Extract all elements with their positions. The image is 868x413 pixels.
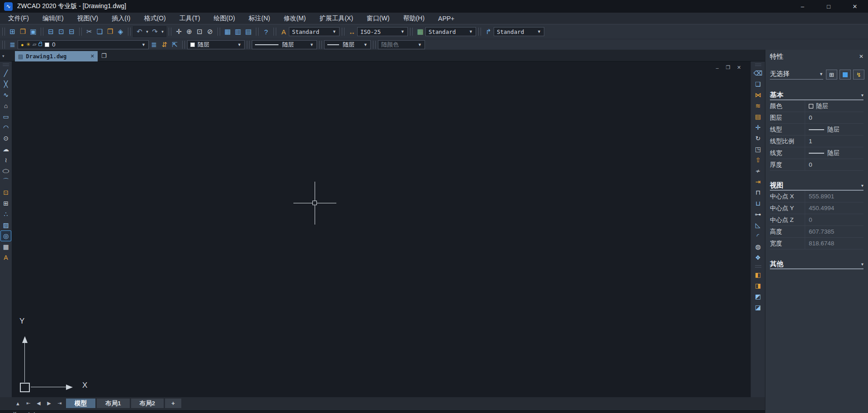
spline-button[interactable]: ≀: [0, 155, 11, 165]
command-close-icon[interactable]: ✕: [13, 411, 17, 413]
cut-button[interactable]: ✂: [84, 27, 94, 37]
chamfer-button[interactable]: ◺: [753, 220, 764, 230]
tab-menu-icon[interactable]: ▾: [2, 54, 5, 58]
help-button[interactable]: ?: [261, 27, 271, 37]
tab-last-icon[interactable]: ⇥: [54, 399, 65, 408]
menu-item-express-tools[interactable]: 扩展工具(X): [312, 13, 360, 24]
toolbar-grip[interactable]: [217, 28, 220, 36]
break-button[interactable]: ⊔: [753, 198, 764, 209]
tab-layout2[interactable]: 布局2: [131, 399, 164, 408]
toolbar-grip[interactable]: [2, 28, 5, 36]
property-row-linetype-scale[interactable]: 线型比例 1: [770, 136, 863, 147]
revision-cloud-button[interactable]: ☁: [0, 144, 11, 155]
toolbar-grip[interactable]: [478, 28, 481, 36]
multiline-text-button[interactable]: A: [0, 252, 11, 263]
bring-above-button[interactable]: ◩: [753, 291, 764, 302]
property-row-layer[interactable]: 图层 0: [770, 112, 863, 124]
make-layer-current-button[interactable]: ⇱: [170, 40, 180, 50]
close-icon[interactable]: ✕: [842, 0, 868, 13]
toolbar-grip[interactable]: [342, 28, 344, 36]
move-button[interactable]: ✛: [753, 122, 764, 133]
layer-dropdown[interactable]: ● ✳ ▱ 0 ▼: [18, 40, 149, 49]
property-row-color[interactable]: 颜色 随层: [770, 100, 863, 112]
color-dropdown[interactable]: 随层 ▼: [187, 40, 245, 49]
array-button[interactable]: ▤: [753, 111, 764, 122]
open-button[interactable]: ❒: [18, 27, 28, 37]
doc-minimize-icon[interactable]: –: [714, 64, 721, 71]
match-properties-button[interactable]: ◈: [115, 27, 126, 37]
tab-next-icon[interactable]: ▶: [44, 399, 54, 408]
rectangle-button[interactable]: ▭: [0, 111, 11, 122]
section-other[interactable]: 其他 ▾: [770, 259, 863, 269]
construction-line-button[interactable]: ╳: [0, 79, 11, 89]
polyline-button[interactable]: ∿: [0, 89, 11, 100]
trim-button[interactable]: ≁: [753, 165, 764, 176]
save-button[interactable]: ▣: [28, 27, 38, 37]
toolbar-grip[interactable]: [41, 28, 43, 36]
menu-item-file[interactable]: 文件(F): [1, 13, 36, 24]
command-expand-icon[interactable]: ∧∧: [27, 411, 38, 413]
publish-button[interactable]: ⊟: [66, 27, 77, 37]
menu-item-insert[interactable]: 插入(I): [105, 13, 137, 24]
menu-item-draw[interactable]: 绘图(D): [207, 13, 242, 24]
new-drawing-tab-button[interactable]: ❐: [101, 52, 107, 59]
zoom-previous-button[interactable]: ⊘: [205, 27, 215, 37]
stretch-button[interactable]: ⇧: [753, 155, 764, 165]
region-button[interactable]: ◎: [0, 230, 11, 241]
plot-style-dropdown[interactable]: 随颜色 ▼: [378, 40, 425, 49]
toolbar-grip[interactable]: [755, 265, 761, 268]
bring-to-front-button[interactable]: ◧: [753, 269, 764, 280]
circle-button[interactable]: ⊙: [0, 133, 11, 144]
toolbar-grip[interactable]: [319, 41, 322, 49]
pan-button[interactable]: ✛: [174, 27, 184, 37]
menu-item-tools[interactable]: 工具(T): [173, 13, 207, 24]
toolbar-grip[interactable]: [182, 41, 185, 49]
copy-button[interactable]: ❏: [94, 27, 105, 37]
property-row-center-y[interactable]: 中心点 Y 450.4994: [770, 202, 863, 214]
drawing-canvas[interactable]: – ❐ ✕ Y X: [12, 61, 750, 397]
join-button[interactable]: ⊶: [753, 209, 764, 220]
copy-object-button[interactable]: ❏: [753, 79, 764, 89]
toolbar-grip[interactable]: [79, 28, 82, 36]
property-row-center-z[interactable]: 中心点 Z 0: [770, 214, 863, 226]
scale-button[interactable]: ◳: [753, 144, 764, 155]
sheet-set-button[interactable]: ▤: [243, 27, 254, 37]
add-layout-button[interactable]: +: [165, 399, 181, 408]
toggle-pickadd-button[interactable]: [840, 70, 851, 80]
layer-manager-button[interactable]: ≣: [7, 40, 18, 50]
send-under-button[interactable]: ◪: [753, 302, 764, 313]
wipeout-button[interactable]: ◍: [753, 241, 764, 252]
tab-layout1[interactable]: 布局1: [97, 399, 130, 408]
rotate-button[interactable]: ↻: [753, 133, 764, 144]
property-row-height[interactable]: 高度 607.7385: [770, 226, 863, 238]
table-style-dropdown[interactable]: Standard ▼: [425, 27, 476, 36]
toolbar-grip[interactable]: [128, 28, 131, 36]
hatch-button[interactable]: ▨: [0, 220, 11, 230]
menu-item-modify[interactable]: 修改(M): [277, 13, 312, 24]
doc-close-icon[interactable]: ✕: [736, 64, 742, 71]
menu-item-window[interactable]: 窗口(W): [360, 13, 396, 24]
break-at-point-button[interactable]: ⊓: [753, 187, 764, 198]
layer-previous-button[interactable]: ⇵: [159, 40, 170, 50]
zoom-window-button[interactable]: ⊡: [194, 27, 205, 37]
mleader-style-dropdown[interactable]: Standard ▼: [494, 27, 544, 36]
send-to-back-button[interactable]: ◨: [753, 280, 764, 291]
table-tool-button[interactable]: ▦: [0, 241, 11, 252]
calculator-button[interactable]: ▦: [222, 27, 233, 37]
lineweight-dropdown[interactable]: 随层 ▼: [324, 40, 371, 49]
quick-select-button[interactable]: ⊞: [826, 70, 837, 80]
toolbar-grip[interactable]: [2, 41, 5, 49]
redo-button[interactable]: ↷: [150, 27, 160, 37]
minimize-icon[interactable]: –: [789, 0, 816, 13]
property-row-width[interactable]: 宽度 818.6748: [770, 238, 863, 249]
menu-item-help[interactable]: 帮助(H): [396, 13, 431, 24]
toolbar-grip[interactable]: [169, 28, 171, 36]
tab-up-icon[interactable]: ▲: [13, 399, 23, 408]
arc-button[interactable]: ◠: [0, 122, 11, 133]
menu-item-format[interactable]: 格式(O): [137, 13, 172, 24]
property-row-thickness[interactable]: 厚度 0: [770, 159, 863, 171]
line-tool-button[interactable]: ╱: [0, 68, 11, 79]
print-button[interactable]: ⊟: [46, 27, 56, 37]
dim-style-dropdown[interactable]: ISO-25 ▼: [357, 27, 408, 36]
zoom-realtime-button[interactable]: ⊕: [184, 27, 194, 37]
